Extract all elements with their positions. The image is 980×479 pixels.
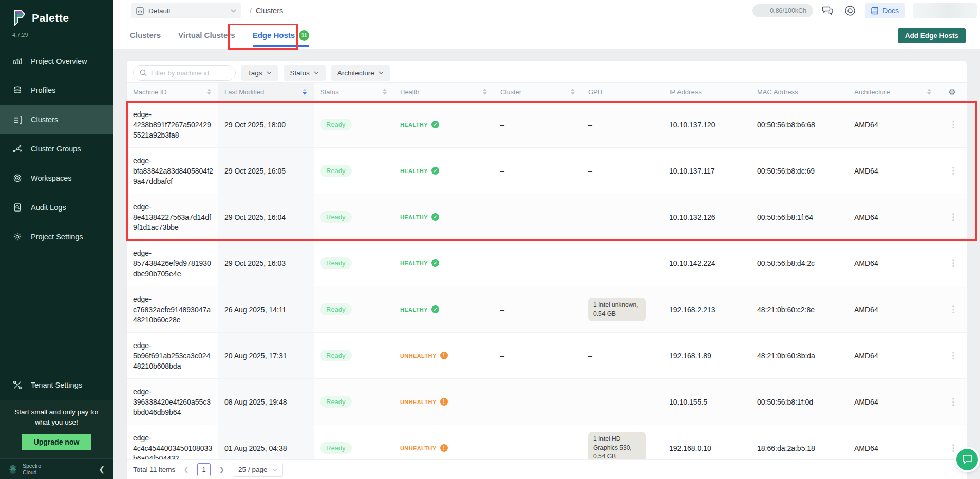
column-header-ip-address[interactable]: IP Address <box>663 83 751 101</box>
prev-page-icon[interactable]: ❮ <box>182 466 190 473</box>
health-cell: HEALTHY ✓ <box>394 286 494 332</box>
row-menu-icon[interactable]: ⋮ <box>945 163 962 178</box>
row-menu-icon[interactable]: ⋮ <box>945 256 962 271</box>
gpu-cell: 1 Intel unknown, 0.54 GB <box>582 286 663 332</box>
sidebar-item-workspaces[interactable]: Workspaces <box>0 163 113 193</box>
sidebar-item-project-settings[interactable]: Project Settings <box>0 222 113 251</box>
architecture-cell: AMD64 <box>848 333 938 378</box>
column-header-mac-address[interactable]: MAC Address <box>751 83 848 101</box>
status-badge: Ready <box>320 350 352 361</box>
tab-edge-hosts[interactable]: Edge Hosts11 <box>253 22 310 49</box>
chevron-down-icon <box>231 9 236 13</box>
page-number[interactable]: 1 <box>197 463 211 476</box>
table-row[interactable]: edge-bfa83842a83d8405804f29a47ddbafcf 29… <box>127 148 967 194</box>
edge-hosts-count-badge: 11 <box>299 30 309 41</box>
column-header-machine-id[interactable]: Machine ID <box>127 83 218 101</box>
column-header-gpu[interactable]: GPU <box>582 83 663 101</box>
ip-address-cell: 192.168.1.89 <box>663 333 751 378</box>
project-selector[interactable]: Default <box>131 3 241 18</box>
healthy-check-icon: ✓ <box>431 213 439 221</box>
next-page-icon[interactable]: ❯ <box>218 466 225 473</box>
upgrade-promo: Start small and only pay for what you us… <box>0 400 113 459</box>
row-menu-icon[interactable]: ⋮ <box>945 394 962 409</box>
breadcrumb-row: Default / Clusters 0.86/100kCh <box>113 0 980 22</box>
filter-architecture-dropdown[interactable]: Architecture <box>331 65 390 81</box>
filter-status-dropdown[interactable]: Status <box>284 65 326 81</box>
status-badge: Ready <box>320 257 352 269</box>
docs-button[interactable]: Docs <box>865 3 905 18</box>
unhealthy-warning-icon: ! <box>440 398 448 406</box>
table-row[interactable]: edge-8e41384227563a7d14df9f1d1ac73bbe 29… <box>127 194 967 240</box>
content-area: Tags Status Architecture Machine ID Last… <box>113 49 980 479</box>
table-row[interactable]: edge-396338420e4f260a55c3bbd046db9b64 08… <box>127 379 967 425</box>
machine-id-cell: edge-4238b891f7267a5024295521a92b3fa8 <box>133 109 213 140</box>
mac-address-cell: 00:50:56:b8:d4:2c <box>751 240 848 286</box>
gpu-badge: 1 Intel unknown, 0.54 GB <box>588 298 646 321</box>
last-modified-cell: 29 Oct 2025, 18:00 <box>218 102 314 147</box>
architecture-cell: AMD64 <box>848 379 938 425</box>
column-header-cluster[interactable]: Cluster <box>494 83 582 101</box>
ip-address-cell: 10.10.155.5 <box>663 379 751 425</box>
machine-id-search[interactable] <box>133 65 236 81</box>
page-size-select[interactable]: 25 / page <box>233 463 283 477</box>
column-header-last-modified[interactable]: Last Modified <box>218 83 314 101</box>
filter-bar: Tags Status Architecture <box>127 61 967 82</box>
add-edge-hosts-button[interactable]: Add Edge Hosts <box>898 28 966 43</box>
filter-tags-dropdown[interactable]: Tags <box>241 65 278 81</box>
pagination-bar: Total 11 items ❮ 1 ❯ 25 / page <box>127 459 967 479</box>
support-icon[interactable] <box>843 4 857 18</box>
gpu-cell: – <box>582 148 663 194</box>
table-row[interactable]: edge-4238b891f7267a5024295521a92b3fa8 29… <box>127 102 967 148</box>
healthy-check-icon: ✓ <box>431 121 439 128</box>
table-row[interactable]: edge-5b96f691ab253ca3c02448210b608bda 20… <box>127 333 967 379</box>
sidebar-item-clusters[interactable]: Clusters <box>0 105 113 134</box>
column-settings-gear-icon[interactable]: ⚙ <box>938 83 967 101</box>
tab-virtual-clusters[interactable]: Virtual Clusters <box>178 22 235 49</box>
upgrade-now-button[interactable]: Upgrade now <box>22 434 92 450</box>
chevron-down-icon <box>314 71 319 74</box>
tab-clusters[interactable]: Clusters <box>130 22 161 49</box>
sidebar-item-cluster-groups[interactable]: Cluster Groups <box>0 134 113 163</box>
last-modified-cell: 29 Oct 2025, 16:03 <box>218 240 314 286</box>
sidebar-item-audit-logs[interactable]: Audit Logs <box>0 193 113 222</box>
chart-icon <box>12 56 23 66</box>
sort-icon <box>927 89 931 95</box>
sidebar-item-label: Tenant Settings <box>31 381 82 389</box>
status-badge: Ready <box>320 119 352 130</box>
ip-address-cell: 10.10.132.126 <box>663 194 751 240</box>
table-row[interactable]: edge-857438426ef9d9781930dbe90b705e4e 29… <box>127 240 967 286</box>
version-label: 4.7.29 <box>0 28 113 43</box>
palette-logo-icon <box>11 9 27 27</box>
row-menu-icon[interactable]: ⋮ <box>945 302 962 317</box>
spectro-cloud-logo-icon <box>7 464 18 475</box>
row-menu-icon[interactable]: ⋮ <box>945 209 962 224</box>
palette-logo: Palette <box>0 0 113 28</box>
last-modified-cell: 08 Aug 2025, 19:48 <box>218 379 314 425</box>
gpu-cell: – <box>582 102 663 147</box>
column-header-status[interactable]: Status <box>314 83 394 101</box>
cluster-cell: – <box>494 102 582 147</box>
column-header-architecture[interactable]: Architecture <box>848 83 938 101</box>
sidebar-item-profiles[interactable]: Profiles <box>0 75 113 105</box>
cluster-cell: – <box>494 333 582 378</box>
sidebar-item-project-overview[interactable]: Project Overview <box>0 46 113 75</box>
sidebar: Palette 4.7.29 Project Overview Profiles… <box>0 0 113 479</box>
sort-icon <box>303 89 307 95</box>
last-modified-cell: 29 Oct 2025, 16:05 <box>218 148 314 194</box>
brand-strip: SpectroCloud ❮ <box>0 458 113 479</box>
health-cell: UNHEALTHY ! <box>394 333 494 378</box>
search-input[interactable] <box>151 69 228 77</box>
sidebar-item-tenant-settings[interactable]: Tenant Settings <box>0 371 113 400</box>
topbar: Default / Clusters 0.86/100kCh <box>113 0 980 49</box>
ip-address-cell: 10.10.137.117 <box>663 148 751 194</box>
chat-icon[interactable] <box>821 4 835 18</box>
user-avatar[interactable] <box>913 3 977 18</box>
health-cell: HEALTHY ✓ <box>394 148 494 194</box>
row-menu-icon[interactable]: ⋮ <box>945 117 962 132</box>
sidebar-collapse-icon[interactable]: ❮ <box>99 465 105 473</box>
chat-fab-button[interactable] <box>956 449 978 470</box>
column-header-health[interactable]: Health <box>394 83 494 101</box>
table-row[interactable]: edge-c76832aefe914893047a48210b60c28e 26… <box>127 286 967 333</box>
row-menu-icon[interactable]: ⋮ <box>945 348 962 363</box>
breadcrumb-current[interactable]: Clusters <box>256 7 283 15</box>
